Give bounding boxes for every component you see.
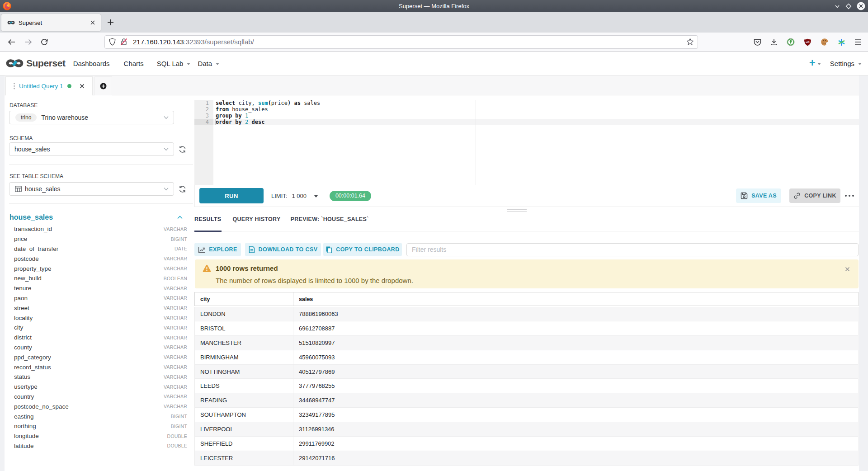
nav-item-sql-lab[interactable]: SQL Lab	[157, 60, 191, 67]
more-options-icon[interactable]	[844, 195, 854, 197]
divider	[9, 164, 193, 165]
schema-value: house_sales	[14, 146, 50, 153]
tab-close-icon[interactable]	[88, 18, 97, 27]
ublock-icon[interactable]: uO	[804, 38, 811, 46]
column-row[interactable]: price BIGINT	[5, 234, 194, 244]
chevron-up-icon[interactable]	[177, 216, 183, 219]
cookie-icon[interactable]	[821, 38, 829, 46]
chevron-down-icon[interactable]	[314, 195, 318, 198]
nav-item-dashboards[interactable]: Dashboards	[73, 60, 110, 67]
column-row[interactable]: status VARCHAR	[5, 372, 194, 382]
column-row[interactable]: usertype VARCHAR	[5, 382, 194, 392]
table-row[interactable]: SHEFFIELD 29911769902	[195, 437, 858, 451]
column-row[interactable]: postcode_no_space VARCHAR	[5, 401, 194, 411]
column-row[interactable]: country VARCHAR	[5, 392, 194, 402]
column-row[interactable]: paon VARCHAR	[5, 293, 194, 303]
column-row[interactable]: county VARCHAR	[5, 343, 194, 353]
column-row[interactable]: tenure VARCHAR	[5, 283, 194, 293]
save-as-button[interactable]: SAVE AS	[736, 188, 781, 203]
forward-icon[interactable]	[24, 38, 32, 46]
column-row[interactable]: city VARCHAR	[5, 323, 194, 333]
column-row[interactable]: ppd_category VARCHAR	[5, 352, 194, 362]
table-schema-title[interactable]: house_sales	[9, 213, 53, 221]
schema-select[interactable]: house_sales	[9, 142, 174, 156]
table-row[interactable]: BIRMINGHAM 45960075093	[195, 350, 858, 365]
query-tab-close-icon[interactable]	[80, 84, 85, 89]
column-row[interactable]: date_of_transfer DATE	[5, 244, 194, 254]
sparkle-icon[interactable]	[838, 38, 845, 46]
settings-menu[interactable]: Settings	[830, 60, 854, 67]
column-header-city[interactable]: city	[195, 292, 293, 306]
column-row[interactable]: latitude DOUBLE	[5, 441, 194, 451]
tab-preview[interactable]: PREVIEW: `HOUSE_SALES`	[291, 207, 369, 231]
limit-value[interactable]: 1 000	[292, 193, 307, 199]
sql-editor[interactable]: 1234 select city, sum(price) as salesfro…	[194, 100, 859, 185]
table-select[interactable]: house_sales	[9, 182, 174, 196]
table-row[interactable]: SOUTHAMPTON 32349177895	[195, 408, 858, 422]
download-icon[interactable]	[770, 38, 778, 46]
maximize-icon[interactable]	[845, 3, 852, 9]
column-row[interactable]: transaction_id VARCHAR	[5, 224, 194, 234]
download-csv-button[interactable]: DOWNLOAD TO CSV	[245, 243, 321, 256]
superset-logo-icon[interactable]	[5, 57, 24, 69]
alert-close-icon[interactable]	[845, 267, 850, 272]
table-row[interactable]: NOTTINGHAM 40512797869	[195, 365, 858, 379]
table-row[interactable]: BRISTOL 69612708887	[195, 321, 858, 336]
table-row[interactable]: LIVERPOOL 31126991346	[195, 422, 858, 437]
tab-results[interactable]: RESULTS	[194, 207, 222, 231]
column-header-sales[interactable]: sales	[293, 292, 858, 306]
menu-icon[interactable]	[854, 39, 862, 45]
column-row[interactable]: postcode VARCHAR	[5, 254, 194, 264]
editor-code[interactable]: select city, sum(price) as salesfrom hou…	[213, 100, 859, 185]
tab-query-history[interactable]: QUERY HISTORY	[233, 207, 281, 231]
lock-slash-icon[interactable]	[120, 38, 127, 46]
explore-button[interactable]: EXPLORE	[194, 243, 241, 256]
run-button[interactable]: RUN	[199, 188, 264, 203]
reload-icon[interactable]	[40, 38, 48, 46]
add-new-button[interactable]: +	[809, 57, 816, 68]
table-row[interactable]: MANCHESTER 51510820997	[195, 336, 858, 350]
cell-sales: 40512797869	[293, 365, 858, 379]
table-row[interactable]: LEEDS 37779768255	[195, 379, 858, 393]
column-row[interactable]: longitude DOUBLE	[5, 431, 194, 441]
new-tab-button[interactable]	[104, 16, 117, 28]
cell-sales: 51510820997	[293, 336, 858, 350]
drag-handle-icon[interactable]	[13, 83, 15, 89]
nav-item-charts[interactable]: Charts	[124, 60, 144, 67]
copy-clipboard-button[interactable]: COPY TO CLIPBOARD	[323, 243, 402, 256]
back-icon[interactable]	[7, 38, 15, 46]
close-icon[interactable]	[857, 2, 865, 10]
brand-name[interactable]: Superset	[26, 58, 66, 69]
column-row[interactable]: locality VARCHAR	[5, 313, 194, 323]
browser-tab[interactable]: Superset	[1, 14, 101, 31]
table-row[interactable]: LONDON 788861960063	[195, 307, 858, 321]
query-tab-title: Untitled Query 1	[19, 83, 63, 89]
editor-toolbar: RUN LIMIT: 1 000 00:00:01.64 SAVE AS	[194, 185, 859, 207]
url-bar[interactable]: 217.160.120.143:32393/superset/sqllab/	[104, 35, 698, 49]
column-name: new_build	[14, 275, 164, 282]
filter-results-input[interactable]	[406, 243, 859, 256]
query-tab[interactable]: Untitled Query 1	[5, 76, 93, 95]
extension-green-icon[interactable]	[787, 38, 795, 46]
star-icon[interactable]	[686, 38, 694, 46]
refresh-schemas-icon[interactable]	[179, 146, 186, 153]
shield-icon[interactable]	[109, 38, 116, 46]
column-name: transaction_id	[14, 226, 164, 232]
column-row[interactable]: property_type VARCHAR	[5, 264, 194, 273]
minimize-icon[interactable]	[834, 3, 840, 9]
column-row[interactable]: district VARCHAR	[5, 333, 194, 343]
column-row[interactable]: street VARCHAR	[5, 303, 194, 313]
column-row[interactable]: new_build BOOLEAN	[5, 273, 194, 283]
copy-link-button[interactable]: COPY LINK	[789, 188, 840, 203]
column-row[interactable]: record_status VARCHAR	[5, 362, 194, 372]
new-query-tab-button[interactable]	[94, 76, 112, 95]
database-select[interactable]: trino Trino warehouse	[9, 111, 174, 124]
pocket-icon[interactable]	[754, 38, 761, 46]
column-name: city	[14, 324, 164, 331]
table-row[interactable]: READING 34468947747	[195, 393, 858, 408]
column-row[interactable]: easting BIGINT	[5, 411, 194, 421]
refresh-tables-icon[interactable]	[179, 185, 186, 193]
column-row[interactable]: northing BIGINT	[5, 421, 194, 431]
table-row[interactable]: LEICESTER 29142071716	[195, 451, 858, 466]
nav-item-data[interactable]: Data	[198, 60, 219, 67]
